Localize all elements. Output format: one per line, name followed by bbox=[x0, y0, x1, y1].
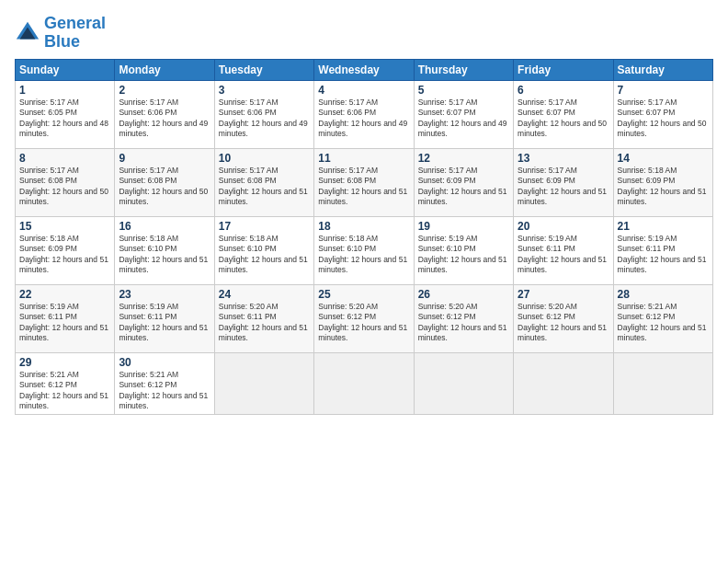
calendar-cell bbox=[214, 352, 313, 415]
calendar-cell: 14Sunrise: 5:18 AMSunset: 6:09 PMDayligh… bbox=[613, 148, 712, 216]
calendar-cell: 4Sunrise: 5:17 AMSunset: 6:06 PMDaylight… bbox=[314, 80, 414, 148]
day-number: 23 bbox=[119, 288, 210, 301]
day-number: 7 bbox=[618, 84, 709, 97]
day-number: 21 bbox=[618, 220, 709, 233]
day-number: 14 bbox=[618, 152, 709, 165]
day-info: Sunrise: 5:18 AMSunset: 6:10 PMDaylight:… bbox=[219, 234, 308, 274]
day-number: 29 bbox=[19, 356, 110, 369]
day-number: 16 bbox=[119, 220, 210, 233]
day-info: Sunrise: 5:19 AMSunset: 6:11 PMDaylight:… bbox=[19, 302, 108, 342]
calendar-cell: 10Sunrise: 5:17 AMSunset: 6:08 PMDayligh… bbox=[214, 148, 313, 216]
calendar-cell: 26Sunrise: 5:20 AMSunset: 6:12 PMDayligh… bbox=[414, 284, 513, 352]
day-number: 9 bbox=[119, 152, 210, 165]
day-info: Sunrise: 5:17 AMSunset: 6:07 PMDaylight:… bbox=[418, 98, 507, 138]
day-info: Sunrise: 5:17 AMSunset: 6:06 PMDaylight:… bbox=[119, 98, 208, 138]
calendar-cell: 3Sunrise: 5:17 AMSunset: 6:06 PMDaylight… bbox=[214, 80, 313, 148]
calendar-cell: 2Sunrise: 5:17 AMSunset: 6:06 PMDaylight… bbox=[115, 80, 214, 148]
day-info: Sunrise: 5:17 AMSunset: 6:08 PMDaylight:… bbox=[219, 166, 308, 206]
header: General Blue bbox=[15, 15, 713, 52]
weekday-header-friday: Friday bbox=[514, 59, 613, 80]
day-number: 28 bbox=[618, 288, 709, 301]
weekday-header-sunday: Sunday bbox=[16, 59, 115, 80]
calendar-cell bbox=[314, 352, 414, 415]
day-info: Sunrise: 5:19 AMSunset: 6:11 PMDaylight:… bbox=[518, 234, 607, 274]
calendar-cell: 13Sunrise: 5:17 AMSunset: 6:09 PMDayligh… bbox=[514, 148, 613, 216]
day-info: Sunrise: 5:19 AMSunset: 6:11 PMDaylight:… bbox=[618, 234, 707, 274]
calendar-cell: 24Sunrise: 5:20 AMSunset: 6:11 PMDayligh… bbox=[214, 284, 313, 352]
weekday-header-row: SundayMondayTuesdayWednesdayThursdayFrid… bbox=[16, 59, 713, 80]
day-info: Sunrise: 5:18 AMSunset: 6:10 PMDaylight:… bbox=[318, 234, 407, 274]
day-info: Sunrise: 5:21 AMSunset: 6:12 PMDaylight:… bbox=[119, 370, 208, 410]
day-info: Sunrise: 5:19 AMSunset: 6:11 PMDaylight:… bbox=[119, 302, 208, 342]
day-info: Sunrise: 5:18 AMSunset: 6:10 PMDaylight:… bbox=[119, 234, 208, 274]
day-number: 19 bbox=[418, 220, 509, 233]
calendar-cell: 29Sunrise: 5:21 AMSunset: 6:12 PMDayligh… bbox=[16, 352, 115, 415]
day-info: Sunrise: 5:17 AMSunset: 6:09 PMDaylight:… bbox=[418, 166, 507, 206]
day-info: Sunrise: 5:18 AMSunset: 6:09 PMDaylight:… bbox=[19, 234, 108, 274]
day-info: Sunrise: 5:17 AMSunset: 6:07 PMDaylight:… bbox=[518, 98, 607, 138]
day-number: 30 bbox=[119, 356, 210, 369]
logo: General Blue bbox=[15, 15, 106, 52]
day-number: 5 bbox=[418, 84, 509, 97]
day-number: 11 bbox=[318, 152, 409, 165]
calendar-cell: 20Sunrise: 5:19 AMSunset: 6:11 PMDayligh… bbox=[514, 216, 613, 284]
calendar-cell bbox=[613, 352, 712, 415]
day-number: 18 bbox=[318, 220, 409, 233]
logo-text: General Blue bbox=[44, 15, 106, 52]
calendar-cell bbox=[414, 352, 513, 415]
day-number: 6 bbox=[518, 84, 609, 97]
day-number: 25 bbox=[318, 288, 409, 301]
calendar-cell: 18Sunrise: 5:18 AMSunset: 6:10 PMDayligh… bbox=[314, 216, 414, 284]
day-number: 10 bbox=[219, 152, 310, 165]
calendar-cell: 16Sunrise: 5:18 AMSunset: 6:10 PMDayligh… bbox=[115, 216, 214, 284]
day-number: 24 bbox=[219, 288, 310, 301]
calendar-week-row: 29Sunrise: 5:21 AMSunset: 6:12 PMDayligh… bbox=[16, 352, 713, 415]
logo-icon bbox=[15, 20, 40, 46]
day-info: Sunrise: 5:17 AMSunset: 6:08 PMDaylight:… bbox=[119, 166, 208, 206]
day-number: 3 bbox=[219, 84, 310, 97]
weekday-header-wednesday: Wednesday bbox=[314, 59, 414, 80]
calendar-cell: 25Sunrise: 5:20 AMSunset: 6:12 PMDayligh… bbox=[314, 284, 414, 352]
calendar-cell: 6Sunrise: 5:17 AMSunset: 6:07 PMDaylight… bbox=[514, 80, 613, 148]
calendar-cell: 22Sunrise: 5:19 AMSunset: 6:11 PMDayligh… bbox=[16, 284, 115, 352]
calendar-week-row: 1Sunrise: 5:17 AMSunset: 6:05 PMDaylight… bbox=[16, 80, 713, 148]
day-info: Sunrise: 5:17 AMSunset: 6:06 PMDaylight:… bbox=[219, 98, 308, 138]
day-number: 17 bbox=[219, 220, 310, 233]
calendar-page: General Blue SundayMondayTuesdayWednesda… bbox=[0, 0, 728, 563]
day-info: Sunrise: 5:21 AMSunset: 6:12 PMDaylight:… bbox=[19, 370, 108, 410]
day-info: Sunrise: 5:20 AMSunset: 6:11 PMDaylight:… bbox=[219, 302, 308, 342]
calendar-cell bbox=[514, 352, 613, 415]
day-number: 27 bbox=[518, 288, 609, 301]
weekday-header-tuesday: Tuesday bbox=[214, 59, 313, 80]
calendar-cell: 12Sunrise: 5:17 AMSunset: 6:09 PMDayligh… bbox=[414, 148, 513, 216]
calendar-cell: 1Sunrise: 5:17 AMSunset: 6:05 PMDaylight… bbox=[16, 80, 115, 148]
day-info: Sunrise: 5:20 AMSunset: 6:12 PMDaylight:… bbox=[518, 302, 607, 342]
day-info: Sunrise: 5:17 AMSunset: 6:07 PMDaylight:… bbox=[618, 98, 707, 138]
calendar-cell: 19Sunrise: 5:19 AMSunset: 6:10 PMDayligh… bbox=[414, 216, 513, 284]
day-info: Sunrise: 5:21 AMSunset: 6:12 PMDaylight:… bbox=[618, 302, 707, 342]
day-info: Sunrise: 5:17 AMSunset: 6:06 PMDaylight:… bbox=[318, 98, 407, 138]
calendar-table: SundayMondayTuesdayWednesdayThursdayFrid… bbox=[15, 59, 713, 416]
day-number: 4 bbox=[318, 84, 409, 97]
calendar-cell: 23Sunrise: 5:19 AMSunset: 6:11 PMDayligh… bbox=[115, 284, 214, 352]
calendar-cell: 27Sunrise: 5:20 AMSunset: 6:12 PMDayligh… bbox=[514, 284, 613, 352]
day-number: 8 bbox=[19, 152, 110, 165]
calendar-week-row: 22Sunrise: 5:19 AMSunset: 6:11 PMDayligh… bbox=[16, 284, 713, 352]
calendar-cell: 28Sunrise: 5:21 AMSunset: 6:12 PMDayligh… bbox=[613, 284, 712, 352]
calendar-week-row: 8Sunrise: 5:17 AMSunset: 6:08 PMDaylight… bbox=[16, 148, 713, 216]
calendar-cell: 8Sunrise: 5:17 AMSunset: 6:08 PMDaylight… bbox=[16, 148, 115, 216]
calendar-cell: 5Sunrise: 5:17 AMSunset: 6:07 PMDaylight… bbox=[414, 80, 513, 148]
day-info: Sunrise: 5:17 AMSunset: 6:05 PMDaylight:… bbox=[19, 98, 108, 138]
day-info: Sunrise: 5:20 AMSunset: 6:12 PMDaylight:… bbox=[318, 302, 407, 342]
calendar-cell: 30Sunrise: 5:21 AMSunset: 6:12 PMDayligh… bbox=[115, 352, 214, 415]
day-number: 2 bbox=[119, 84, 210, 97]
day-number: 12 bbox=[418, 152, 509, 165]
calendar-cell: 7Sunrise: 5:17 AMSunset: 6:07 PMDaylight… bbox=[613, 80, 712, 148]
day-number: 22 bbox=[19, 288, 110, 301]
day-info: Sunrise: 5:17 AMSunset: 6:08 PMDaylight:… bbox=[318, 166, 407, 206]
weekday-header-saturday: Saturday bbox=[613, 59, 712, 80]
calendar-cell: 11Sunrise: 5:17 AMSunset: 6:08 PMDayligh… bbox=[314, 148, 414, 216]
calendar-cell: 21Sunrise: 5:19 AMSunset: 6:11 PMDayligh… bbox=[613, 216, 712, 284]
calendar-cell: 15Sunrise: 5:18 AMSunset: 6:09 PMDayligh… bbox=[16, 216, 115, 284]
day-info: Sunrise: 5:20 AMSunset: 6:12 PMDaylight:… bbox=[418, 302, 507, 342]
